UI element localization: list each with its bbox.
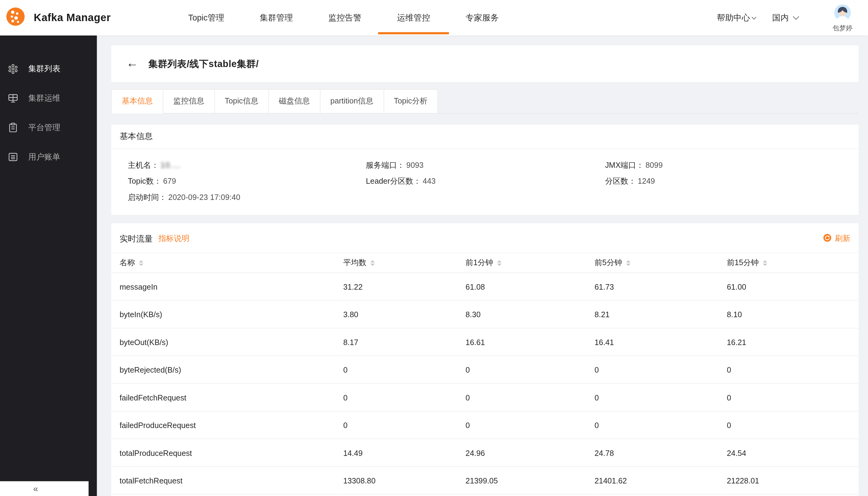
sidebar: 集群列表集群运维平台管理用户账单 « (0, 35, 97, 496)
column-header[interactable]: 前5分钟 (595, 253, 727, 273)
region-select[interactable]: 国内 (772, 13, 798, 23)
sidebar-item-cluster-ops[interactable]: 集群运维 (0, 83, 97, 113)
tab-topic-analysis[interactable]: Topic分析 (383, 89, 438, 113)
caret-up-icon (763, 260, 767, 262)
metric-value-cell: 21228.01 (727, 467, 858, 494)
sort-caret-icon[interactable] (139, 260, 143, 265)
column-label: 前5分钟 (595, 258, 622, 268)
info-field: Topic数：679 (128, 176, 366, 186)
metric-value-cell: 8.21 (595, 300, 727, 328)
metric-value-cell: 0 (343, 411, 465, 439)
basic-info-fields: 主机名：10.…服务端口：9093JMX端口：8099Topic数：679Lea… (111, 149, 859, 215)
tab-basic-info[interactable]: 基本信息 (111, 89, 163, 113)
column-label: 前1分钟 (465, 258, 493, 268)
app-logo-icon (5, 6, 26, 29)
sort-caret-icon[interactable] (497, 260, 501, 265)
metric-value-cell: 0 (343, 384, 465, 411)
username: 包梦婷 (833, 24, 852, 33)
metric-name-cell: messageIn (111, 273, 343, 300)
back-button[interactable]: ← (126, 57, 138, 69)
field-value: 679 (163, 177, 176, 186)
sidebar-item-label: 集群运维 (28, 93, 60, 104)
header-right: 帮助中心 国内 包梦婷 (717, 2, 868, 33)
info-field: 分区数：1249 (605, 176, 858, 186)
column-header[interactable]: 前1分钟 (465, 253, 594, 273)
metric-value-cell: 61.08 (465, 273, 594, 300)
metrics-table-head: 名称平均数前1分钟前5分钟前15分钟 (111, 253, 859, 273)
table-row: byteOut(KB/s)8.1716.6116.4116.21 (111, 328, 859, 356)
metrics-table-body: messageIn31.2261.0861.7361.00byteIn(KB/s… (111, 273, 859, 494)
chevron-down-icon (793, 14, 799, 20)
breadcrumb-card: ← 集群列表/线下stable集群/ (111, 45, 859, 82)
top-nav-monitor-alert[interactable]: 监控告警 (328, 0, 362, 35)
column-header-inner: 名称 (120, 258, 144, 268)
top-nav-cluster-management[interactable]: 集群管理 (259, 0, 293, 35)
sidebar-item-cluster-list[interactable]: 集群列表 (0, 54, 97, 83)
sidebar-collapse-button[interactable]: « (0, 481, 89, 496)
metric-value-cell: 0 (343, 356, 465, 383)
basic-info-title: 基本信息 (111, 125, 859, 149)
metric-value-cell: 21399.05 (465, 467, 594, 494)
sort-caret-icon[interactable] (370, 260, 375, 265)
sidebar-item-platform-management[interactable]: 平台管理 (0, 113, 97, 142)
field-value: 2020-09-23 17:09:40 (168, 192, 240, 201)
info-field: Leader分区数：443 (366, 176, 605, 186)
refresh-label: 刷新 (835, 234, 850, 244)
metric-name-cell: byteIn(KB/s) (111, 300, 343, 328)
main-content: ← 集群列表/线下stable集群/ 基本信息监控信息Topic信息磁盘信息pa… (97, 35, 868, 496)
caret-up-icon (626, 260, 630, 262)
tab-partition-info[interactable]: partition信息 (320, 89, 384, 113)
caret-down-icon (370, 263, 375, 265)
tab-monitor-info[interactable]: 监控信息 (163, 89, 215, 113)
column-label: 前15分钟 (727, 258, 759, 268)
caret-down-icon (763, 263, 767, 265)
help-center-menu[interactable]: 帮助中心 (717, 13, 756, 23)
column-header[interactable]: 前15分钟 (727, 253, 858, 273)
sort-caret-icon[interactable] (763, 260, 767, 265)
collapse-icon: « (33, 484, 38, 493)
metric-name-cell: failedFetchRequest (111, 384, 343, 411)
help-center-label: 帮助中心 (717, 13, 750, 23)
table-row: totalFetchRequest13308.8021399.0521401.6… (111, 467, 859, 494)
metric-value-cell: 16.61 (465, 328, 594, 356)
info-field: JMX端口：8099 (605, 160, 858, 170)
column-header-inner: 平均数 (343, 258, 375, 268)
sort-caret-icon[interactable] (626, 260, 630, 265)
metric-value-cell: 13308.80 (343, 467, 465, 494)
info-field: 主机名：10.… (128, 160, 366, 170)
sidebar-nav: 集群列表集群运维平台管理用户账单 (0, 35, 97, 172)
table-row: byteIn(KB/s)3.808.308.218.10 (111, 300, 859, 328)
realtime-traffic-title: 实时流量 (120, 233, 153, 244)
caret-up-icon (139, 260, 143, 262)
caret-up-icon (497, 260, 501, 262)
refresh-icon (823, 234, 831, 244)
avatar (834, 4, 851, 23)
metric-value-cell: 8.10 (727, 300, 858, 328)
metric-value-cell: 61.00 (727, 273, 858, 300)
user-menu[interactable]: 包梦婷 (833, 2, 852, 33)
tab-topic-info[interactable]: Topic信息 (214, 89, 269, 113)
metric-value-cell: 24.78 (595, 439, 727, 466)
metric-value-cell: 0 (727, 411, 858, 439)
column-header-inner: 前1分钟 (465, 258, 501, 268)
top-nav: Topic管理集群管理监控告警运维管控专家服务 (188, 0, 499, 35)
metric-doc-link[interactable]: 指标说明 (158, 234, 189, 244)
top-nav-expert-service[interactable]: 专家服务 (465, 0, 499, 35)
column-label: 平均数 (343, 258, 366, 268)
sidebar-item-user-billing[interactable]: 用户账单 (0, 142, 97, 172)
field-value: 10.… (161, 161, 182, 170)
tab-disk-info[interactable]: 磁盘信息 (268, 89, 320, 113)
top-nav-ops-control[interactable]: 运维管控 (397, 0, 430, 35)
refresh-button[interactable]: 刷新 (823, 234, 850, 244)
column-header[interactable]: 平均数 (343, 253, 465, 273)
metric-name-cell: byteOut(KB/s) (111, 328, 343, 356)
column-header-inner: 前15分钟 (727, 258, 767, 268)
page-title: 集群列表/线下stable集群/ (148, 57, 259, 70)
metric-name-cell: failedProduceRequest (111, 411, 343, 439)
field-label: JMX端口： (605, 161, 644, 170)
metric-name-cell: totalProduceRequest (111, 439, 343, 466)
field-value: 443 (423, 177, 436, 186)
column-header[interactable]: 名称 (111, 253, 343, 273)
top-nav-topic-management[interactable]: Topic管理 (188, 0, 224, 35)
metric-value-cell: 0 (595, 356, 727, 383)
